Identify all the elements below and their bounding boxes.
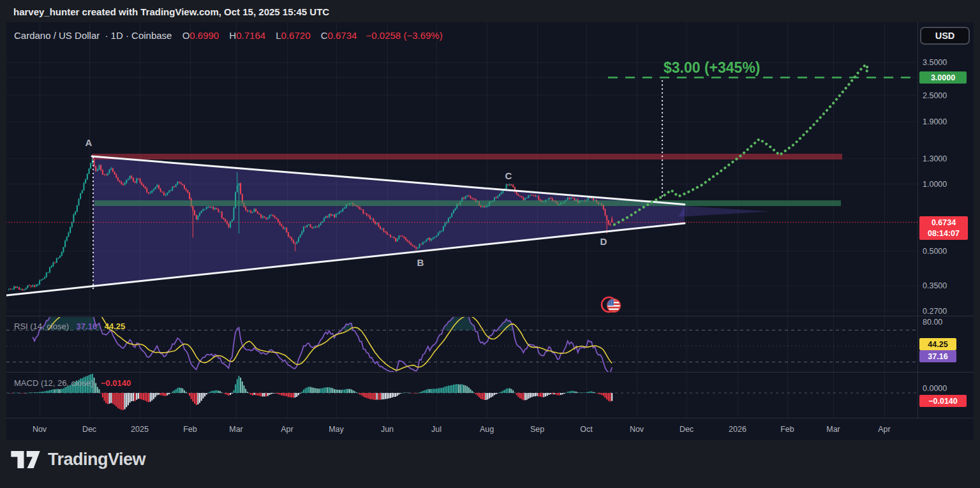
price-tick: 0.3500 (923, 281, 947, 290)
high-value: 0.7164 (236, 30, 265, 41)
time-tick: Apr (281, 425, 293, 434)
svg-text:0.6734: 0.6734 (932, 218, 956, 227)
target-annotation: $3.00 (+345%) (608, 59, 917, 78)
time-tick: Dec (82, 425, 96, 434)
svg-text:37.16: 37.16 (928, 352, 947, 361)
macd-status-row: MACD (12, 26, close) −0.0140 (14, 378, 131, 388)
macd-value: −0.0140 (101, 378, 131, 388)
symbol-meta: · 1D · Coinbase (105, 30, 172, 41)
rsi-label-ma: 44.25 (919, 338, 956, 350)
rsi-value: 37.16 (77, 322, 98, 331)
time-tick: Aug (480, 425, 494, 434)
point-label-C: C (505, 170, 512, 181)
price-tick: 1.3000 (923, 154, 947, 163)
currency-toggle-button[interactable]: USD (920, 27, 970, 45)
point-label-D: D (600, 236, 607, 247)
price-label-target: 3.0000 (919, 71, 967, 84)
chart-widget: $3.00 (+345%)ABCDNovDec2025FebMarAprMayJ… (6, 22, 974, 440)
price-axis[interactable]: 3.50002.50001.90001.30001.00000.50000.35… (919, 58, 968, 406)
change-value: −0.0258 (−3.69%) (366, 30, 443, 41)
time-axis[interactable]: NovDec2025FebMarAprMayJunJulAugSepOctNov… (33, 425, 891, 434)
macd-label-value: −0.0140 (919, 395, 967, 407)
pattern-triangle (93, 157, 770, 286)
symbol-title[interactable]: Cardano / US Dollar (14, 30, 100, 41)
event-icon-us-flag (602, 297, 621, 313)
tradingview-logo-icon (10, 448, 41, 471)
open-label: O (182, 30, 190, 41)
macd-histogram (6, 374, 917, 410)
time-tick: Mar (826, 425, 840, 434)
time-tick: Jul (431, 425, 442, 434)
open-value: 0.6990 (189, 30, 219, 41)
price-tick: 2.5000 (923, 91, 947, 100)
low-label: L (276, 30, 281, 41)
chart-canvas[interactable]: $3.00 (+345%)ABCDNovDec2025FebMarAprMayJ… (6, 22, 974, 440)
rsi-title[interactable]: RSI (14, close) (14, 322, 69, 331)
credit-line: harvey_hunter created with TradingView.c… (13, 6, 329, 17)
time-tick: Nov (630, 425, 644, 434)
rsi-label-value: 37.16 (919, 350, 956, 362)
symbol-status-row: Cardano / US Dollar · 1D · Coinbase O0.6… (14, 30, 443, 41)
macd-axis-tick: 0.0000 (923, 384, 947, 393)
tradingview-logotype: TradingView (48, 450, 145, 470)
high-label: H (229, 30, 236, 41)
close-value: 0.6734 (328, 30, 357, 41)
point-label-B: B (417, 257, 424, 268)
rsi-ma-value: 44.25 (105, 322, 126, 331)
tradingview-branding[interactable]: TradingView (10, 448, 145, 471)
price-tick: 0.5000 (923, 247, 947, 256)
time-tick: 2025 (131, 425, 149, 434)
svg-text:44.25: 44.25 (928, 340, 947, 349)
time-tick: Jun (381, 425, 394, 434)
time-tick: Oct (580, 425, 593, 434)
price-tick: 1.9000 (923, 117, 947, 126)
time-tick: Feb (780, 425, 794, 434)
svg-text:08:14:07: 08:14:07 (928, 229, 960, 238)
rsi-pane (6, 306, 917, 373)
time-tick: Dec (679, 425, 694, 434)
time-tick: Nov (33, 425, 47, 434)
price-tick: 0.2700 (923, 307, 947, 316)
rsi-status-row: RSI (14, close) 37.16 44.25 (14, 322, 125, 331)
time-tick: Sep (530, 425, 544, 434)
price-tick: 3.5000 (923, 58, 947, 67)
time-tick: Apr (878, 425, 890, 434)
close-label: C (321, 30, 328, 41)
time-tick: 2026 (729, 425, 746, 434)
time-tick: May (329, 425, 344, 434)
zone-resistance (92, 154, 842, 159)
time-tick: Mar (229, 425, 243, 434)
svg-text:3.0000: 3.0000 (931, 73, 955, 82)
rsi-axis-tick: 80.00 (923, 318, 942, 327)
svg-text:−0.0140: −0.0140 (928, 397, 958, 406)
point-label-A: A (85, 137, 93, 148)
zone-support (94, 200, 841, 206)
price-tick: 1.0000 (923, 180, 947, 189)
target-price-text: $3.00 (+345%) (664, 59, 761, 76)
price-label-current: 0.673408:14:07 (919, 216, 968, 240)
time-tick: Feb (183, 425, 197, 434)
macd-title[interactable]: MACD (12, 26, close) (14, 378, 93, 388)
low-value: 0.6720 (281, 30, 311, 41)
